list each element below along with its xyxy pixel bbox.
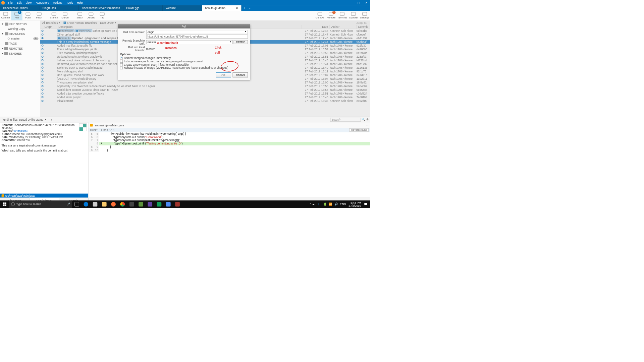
explorer-button[interactable]: Explorer — [348, 11, 359, 20]
minimize-button[interactable]: ─ — [347, 0, 355, 5]
option-include-messages[interactable]: Include messages from commits being merg… — [120, 60, 248, 63]
cloud-icon[interactable]: ☁ — [312, 202, 316, 206]
taskbar-search[interactable]: Type here to search🎤 — [9, 200, 72, 208]
local-branch-label: Pull into local branch: — [120, 46, 146, 52]
close-button[interactable]: ✕ — [363, 0, 370, 5]
explorer-icon[interactable] — [100, 200, 109, 208]
filter-branches[interactable]: All Branches ▼ — [42, 21, 60, 24]
language-indicator[interactable]: ENG — [340, 203, 346, 206]
commit-row[interactable]: Initial commit27 Feb 2019 15:36Kenneth S… — [40, 99, 370, 103]
diff-file-header: src/main/java/Main.java ⋯ — [89, 122, 370, 128]
maximize-button[interactable]: ▢ — [355, 0, 363, 5]
option-create-new-commit[interactable]: Create a new commit even if fast-forward… — [120, 63, 248, 66]
refresh-button[interactable]: Refresh — [234, 40, 248, 44]
commit-row[interactable]: Xenial dont support JDK8 so-drop down to… — [40, 88, 370, 92]
repo-tabs: CheesecakeUtilitiesSingBusesCheesecakeSe… — [0, 5, 370, 11]
task-view-icon[interactable] — [72, 200, 81, 208]
header-commit: Commit — [357, 25, 370, 29]
app-icon-1[interactable] — [127, 200, 136, 208]
commit-row[interactable]: Added initial project27 Feb 2019 15:40it… — [40, 95, 370, 99]
cancel-button[interactable]: Cancel — [233, 72, 248, 77]
app-icon-2[interactable] — [136, 200, 145, 208]
titlebar: FileEditViewRepositoryActionsToolsHelp ─… — [0, 0, 370, 5]
stash-button[interactable]: Stash — [74, 11, 85, 20]
toolbar: Commit 2Pull Push Fetch Branch Merge Sta… — [0, 11, 370, 21]
commit-button[interactable]: Commit — [0, 11, 11, 20]
sidebar-working-copy[interactable]: Working Copy — [0, 27, 40, 32]
hunk-header: Hunk 1 : Lines 5-10 Reverse hunk — [89, 128, 370, 132]
menu-file[interactable]: File — [6, 1, 15, 5]
menu-view[interactable]: View — [23, 1, 34, 5]
wifi-icon[interactable]: 📶 — [329, 202, 332, 206]
local-branch-value: master — [146, 47, 155, 50]
remote-button[interactable]: 1Remote — [325, 11, 336, 20]
reverse-hunk-button[interactable]: Reverse hunk — [350, 128, 369, 132]
twitch-icon[interactable] — [146, 200, 155, 208]
fetch-button[interactable]: Fetch — [34, 11, 45, 20]
gitflow-button[interactable]: Git-flow — [314, 11, 325, 20]
commit-row[interactable]: Trying some compilation stuff27 Feb 2019… — [40, 80, 370, 84]
sidebar-branch-master[interactable]: master2↓ — [0, 36, 40, 41]
filter-date-order[interactable]: Date Order ▼ — [100, 21, 116, 24]
edge-icon[interactable] — [82, 200, 91, 208]
remote-branch-select[interactable]: master▼ — [146, 40, 233, 44]
repo-tab[interactable]: DroidEggs — [123, 5, 162, 11]
menu-actions[interactable]: Actions — [51, 1, 64, 5]
pull-dialog: Pull Pull from remote: origin▼ https://g… — [118, 24, 250, 80]
repo-tab[interactable]: CheesecakeServerCommands — [79, 5, 123, 11]
tag-button[interactable]: Tag — [97, 11, 108, 20]
option-rebase[interactable]: Rebase instead of merge (WARNING: make s… — [120, 66, 248, 69]
repo-tab[interactable]: how-to-git-demo✕ — [202, 5, 241, 11]
sidebar-file-status[interactable]: ▼FILE STATUS — [0, 21, 40, 26]
menu-edit[interactable]: Edit — [15, 1, 24, 5]
menu-help[interactable]: Help — [75, 1, 85, 5]
firefox-icon[interactable] — [109, 200, 118, 208]
filter-show-remote[interactable]: ✓Show Remote Branches — [63, 21, 97, 24]
dialog-title: Pull — [118, 24, 250, 28]
add-tab-button[interactable]: + — [241, 5, 247, 11]
notifications-icon[interactable]: 💬 — [364, 203, 368, 206]
terminal-button[interactable]: Terminal — [337, 11, 348, 20]
remote-select[interactable]: origin▼ — [146, 30, 248, 34]
detail-search-input[interactable]: Search — [330, 118, 361, 122]
sourcetree-icon[interactable] — [173, 200, 182, 208]
discard-button[interactable]: Discard — [86, 11, 97, 20]
app-icon-3[interactable] — [164, 200, 173, 208]
maps-icon[interactable] — [155, 200, 164, 208]
repo-tab[interactable]: Website — [163, 5, 202, 11]
ok-button[interactable]: OK — [216, 72, 231, 77]
clock[interactable]: 5:48 PM27/2/2019 — [348, 201, 361, 207]
repo-tab[interactable]: SingBuses — [39, 5, 78, 11]
jump-to-input[interactable]: Jump to: — [357, 21, 368, 24]
commit-row[interactable]: Added a jar creation process to Travis27… — [40, 92, 370, 95]
close-icon[interactable]: ✕ — [236, 6, 238, 10]
branch-button[interactable]: Branch — [48, 11, 59, 20]
settings-button[interactable]: Settings — [359, 11, 370, 20]
commit-row[interactable]: Apparently JDK Switcher is done before a… — [40, 84, 370, 88]
changed-file[interactable]: src/main/java/Main.java — [0, 194, 88, 198]
volume-icon[interactable]: 🔊 — [334, 202, 338, 206]
chrome-icon[interactable] — [118, 200, 127, 208]
store-icon[interactable] — [91, 200, 100, 208]
gear-icon[interactable]: ⚙ — [366, 118, 369, 121]
start-button[interactable] — [0, 200, 9, 208]
sidebar-remotes[interactable]: ▶REMOTES — [0, 46, 40, 51]
option-commit-merged[interactable]: ✓Commit merged changes immediately — [120, 56, 248, 59]
menu-tools[interactable]: Tools — [64, 1, 75, 5]
tray-chevron-icon[interactable]: ˄ — [310, 203, 311, 206]
battery-icon[interactable]: 🔋 — [323, 202, 327, 206]
options-label: Options — [120, 53, 248, 56]
push-button[interactable]: Push — [22, 11, 34, 20]
sidebar: ▼FILE STATUS Working Copy ▼BRANCHES mast… — [0, 20, 40, 117]
pull-button[interactable]: 2Pull — [11, 11, 22, 20]
repo-tab[interactable]: CheesecakeUtilities — [0, 5, 39, 11]
menu-repository[interactable]: Repository — [34, 1, 51, 5]
sidebar-stashes[interactable]: ▶STASHES — [0, 51, 40, 56]
tab-dropdown[interactable]: ▾ — [247, 5, 253, 11]
sidebar-tags[interactable]: ▼TAGS — [0, 41, 40, 46]
search-icon[interactable]: 🔍 — [362, 118, 365, 121]
merge-button[interactable]: Merge — [59, 11, 70, 20]
sidebar-branches[interactable]: ▼BRANCHES — [0, 31, 40, 36]
avatar — [79, 123, 87, 131]
bluetooth-icon[interactable]: ᛒ — [318, 202, 321, 206]
